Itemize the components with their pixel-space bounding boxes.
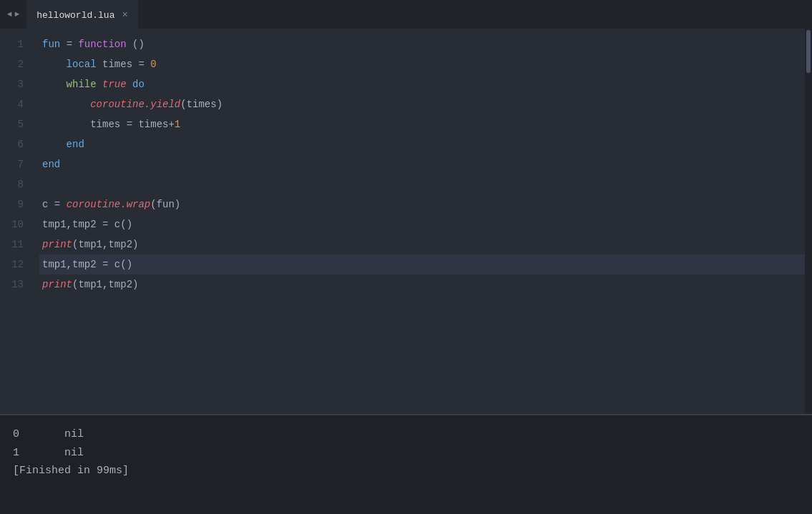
editor-area: 12345678910111213 fun = function () loca…	[0, 29, 812, 414]
output-line: 0 nil	[13, 425, 799, 444]
code-line-10: tmp1,tmp2 = c()	[39, 214, 805, 234]
output-panel: 0 nil1 nil[Finished in 99ms]	[0, 414, 812, 514]
line-numbers: 12345678910111213	[0, 29, 39, 414]
line-number-13: 13	[0, 275, 32, 295]
nav-forward-arrow[interactable]: ►	[15, 10, 20, 19]
line-number-3: 3	[0, 74, 32, 94]
code-line-13: print(tmp1,tmp2)	[39, 275, 805, 295]
output-line: [Finished in 99ms]	[13, 462, 799, 480]
code-line-11: print(tmp1,tmp2)	[39, 234, 805, 254]
line-number-1: 1	[0, 34, 32, 54]
code-line-9: c = coroutine.wrap(fun)	[39, 194, 805, 214]
line-number-9: 9	[0, 194, 32, 214]
code-lines[interactable]: fun = function () local times = 0 while …	[39, 29, 805, 414]
line-number-4: 4	[0, 94, 32, 114]
tab-bar: ◄ ► helloworld.lua ×	[0, 0, 812, 29]
scrollbar-thumb	[806, 30, 811, 73]
code-line-7: end	[39, 154, 805, 174]
code-line-4: coroutine.yield(times)	[39, 94, 805, 114]
code-line-3: while true do	[39, 74, 805, 94]
code-line-12: tmp1,tmp2 = c()	[39, 254, 805, 275]
tab-close-button[interactable]: ×	[122, 10, 127, 20]
output-line: 1 nil	[13, 444, 799, 463]
code-line-6: end	[39, 134, 805, 154]
tab-helloworld[interactable]: helloworld.lua ×	[26, 0, 138, 29]
nav-arrows: ◄ ►	[0, 10, 26, 19]
line-number-2: 2	[0, 54, 32, 74]
code-line-1: fun = function ()	[39, 34, 805, 54]
nav-back-arrow[interactable]: ◄	[7, 10, 12, 19]
tab-filename: helloworld.lua	[36, 10, 114, 21]
line-number-5: 5	[0, 114, 32, 134]
code-line-5: times = times+1	[39, 114, 805, 134]
line-number-6: 6	[0, 134, 32, 154]
line-number-10: 10	[0, 214, 32, 234]
line-number-7: 7	[0, 154, 32, 174]
line-number-12: 12	[0, 254, 32, 275]
code-line-8	[39, 174, 805, 194]
scrollbar-track[interactable]	[805, 29, 812, 414]
line-number-8: 8	[0, 174, 32, 194]
line-number-11: 11	[0, 234, 32, 254]
code-line-2: local times = 0	[39, 54, 805, 74]
